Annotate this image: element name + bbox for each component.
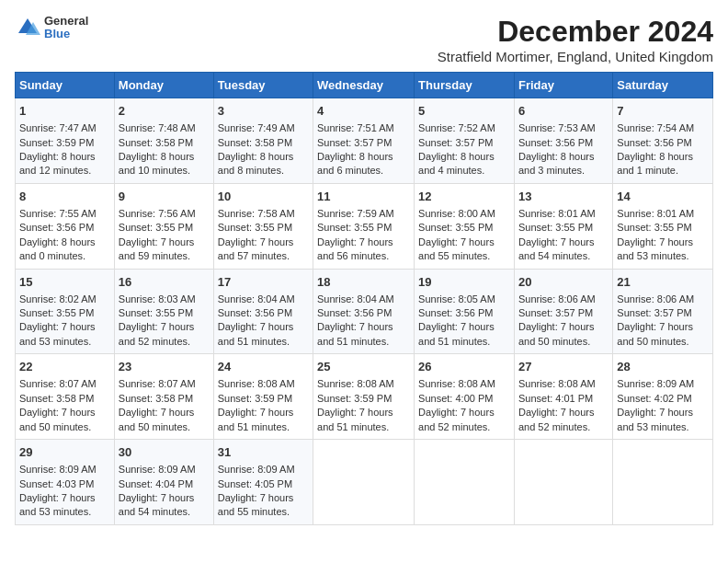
day-number: 5 bbox=[418, 103, 510, 120]
day-info: Sunrise: 8:00 AM bbox=[418, 207, 510, 221]
day-cell: 1Sunrise: 7:47 AMSunset: 3:59 PMDaylight… bbox=[16, 98, 115, 184]
day-info: Daylight: 7 hours and 55 minutes. bbox=[418, 236, 510, 264]
day-info: Sunrise: 8:06 AM bbox=[617, 293, 709, 306]
day-cell: 3Sunrise: 7:49 AMSunset: 3:58 PMDaylight… bbox=[213, 98, 313, 184]
day-info: Daylight: 7 hours and 55 minutes. bbox=[218, 491, 309, 520]
day-info: Sunrise: 8:03 AM bbox=[119, 293, 210, 306]
day-number: 13 bbox=[518, 189, 609, 205]
day-info: Daylight: 7 hours and 54 minutes. bbox=[119, 491, 210, 520]
day-number: 6 bbox=[518, 103, 609, 120]
day-info: Daylight: 7 hours and 51 minutes. bbox=[218, 406, 309, 434]
day-info: Sunset: 4:02 PM bbox=[617, 392, 709, 406]
day-info: Sunrise: 7:55 AM bbox=[19, 207, 110, 221]
day-info: Sunset: 3:55 PM bbox=[218, 221, 309, 235]
day-cell: 18Sunrise: 8:04 AMSunset: 3:56 PMDayligh… bbox=[313, 269, 415, 354]
day-info: Sunset: 3:56 PM bbox=[418, 306, 510, 320]
header-cell-tuesday: Tuesday bbox=[213, 73, 313, 98]
week-row-2: 8Sunrise: 7:55 AMSunset: 3:56 PMDaylight… bbox=[16, 183, 713, 269]
day-info: Sunset: 4:01 PM bbox=[518, 392, 609, 406]
day-info: Daylight: 8 hours and 3 minutes. bbox=[518, 150, 609, 178]
day-info: Daylight: 8 hours and 8 minutes. bbox=[218, 150, 309, 178]
day-info: Sunset: 3:55 PM bbox=[418, 221, 510, 235]
header-cell-saturday: Saturday bbox=[613, 73, 713, 98]
day-cell: 30Sunrise: 8:09 AMSunset: 4:04 PMDayligh… bbox=[114, 440, 213, 525]
day-info: Daylight: 7 hours and 51 minutes. bbox=[317, 406, 410, 434]
day-info: Daylight: 7 hours and 50 minutes. bbox=[119, 406, 210, 434]
day-info: Sunrise: 7:47 AM bbox=[19, 121, 110, 135]
day-info: Sunrise: 7:59 AM bbox=[317, 207, 410, 221]
calendar-header: SundayMondayTuesdayWednesdayThursdayFrid… bbox=[16, 73, 713, 98]
day-number: 31 bbox=[218, 444, 309, 461]
day-info: Sunset: 3:58 PM bbox=[19, 392, 110, 406]
week-row-5: 29Sunrise: 8:09 AMSunset: 4:03 PMDayligh… bbox=[16, 440, 713, 525]
day-info: Sunset: 3:58 PM bbox=[119, 136, 210, 150]
day-number: 2 bbox=[119, 103, 210, 120]
week-row-1: 1Sunrise: 7:47 AMSunset: 3:59 PMDaylight… bbox=[16, 98, 713, 184]
day-info: Sunset: 4:04 PM bbox=[119, 477, 210, 491]
header: General Blue December 2024 Stratfield Mo… bbox=[15, 15, 713, 64]
day-number: 18 bbox=[317, 274, 410, 291]
day-info: Daylight: 8 hours and 4 minutes. bbox=[418, 150, 510, 178]
location-title: Stratfield Mortimer, England, United Kin… bbox=[438, 49, 713, 64]
day-info: Sunrise: 7:54 AM bbox=[617, 121, 709, 135]
day-info: Daylight: 7 hours and 54 minutes. bbox=[518, 236, 609, 264]
day-number: 24 bbox=[218, 359, 309, 375]
calendar-table: SundayMondayTuesdayWednesdayThursdayFrid… bbox=[15, 72, 713, 525]
day-info: Sunrise: 8:09 AM bbox=[617, 377, 709, 391]
day-info: Daylight: 8 hours and 10 minutes. bbox=[119, 150, 210, 178]
day-cell: 16Sunrise: 8:03 AMSunset: 3:55 PMDayligh… bbox=[114, 269, 213, 354]
day-info: Daylight: 7 hours and 59 minutes. bbox=[119, 236, 210, 264]
day-cell bbox=[613, 440, 713, 525]
header-cell-wednesday: Wednesday bbox=[313, 73, 415, 98]
day-info: Sunrise: 8:08 AM bbox=[518, 377, 609, 391]
day-number: 4 bbox=[317, 103, 410, 120]
day-cell: 6Sunrise: 7:53 AMSunset: 3:56 PMDaylight… bbox=[514, 98, 612, 184]
logo-icon bbox=[15, 15, 40, 40]
day-cell: 25Sunrise: 8:08 AMSunset: 3:59 PMDayligh… bbox=[313, 354, 415, 440]
day-number: 20 bbox=[518, 274, 609, 291]
day-number: 29 bbox=[19, 444, 110, 461]
day-info: Sunrise: 7:58 AM bbox=[218, 207, 309, 221]
day-info: Sunrise: 8:05 AM bbox=[418, 293, 510, 306]
day-cell: 2Sunrise: 7:48 AMSunset: 3:58 PMDaylight… bbox=[114, 98, 213, 184]
day-number: 8 bbox=[19, 189, 110, 205]
header-cell-sunday: Sunday bbox=[16, 73, 115, 98]
day-info: Sunrise: 8:01 AM bbox=[518, 207, 609, 221]
day-info: Sunrise: 8:07 AM bbox=[19, 377, 110, 391]
day-cell: 28Sunrise: 8:09 AMSunset: 4:02 PMDayligh… bbox=[613, 354, 713, 440]
day-info: Daylight: 8 hours and 0 minutes. bbox=[19, 236, 110, 264]
day-number: 11 bbox=[317, 189, 410, 205]
day-number: 12 bbox=[418, 189, 510, 205]
day-info: Daylight: 7 hours and 53 minutes. bbox=[617, 406, 709, 434]
day-number: 21 bbox=[617, 274, 709, 291]
day-number: 7 bbox=[617, 103, 709, 120]
day-info: Sunset: 3:56 PM bbox=[317, 306, 410, 320]
day-info: Sunrise: 8:02 AM bbox=[19, 293, 110, 306]
day-info: Daylight: 8 hours and 1 minute. bbox=[617, 150, 709, 178]
logo: General Blue bbox=[15, 15, 88, 41]
day-number: 26 bbox=[418, 359, 510, 375]
day-cell: 31Sunrise: 8:09 AMSunset: 4:05 PMDayligh… bbox=[213, 440, 313, 525]
day-number: 9 bbox=[119, 189, 210, 205]
day-info: Daylight: 7 hours and 50 minutes. bbox=[518, 320, 609, 349]
day-info: Sunset: 3:56 PM bbox=[518, 136, 609, 150]
logo-blue: Blue bbox=[44, 28, 88, 40]
day-info: Sunset: 3:55 PM bbox=[617, 221, 709, 235]
day-info: Sunset: 4:05 PM bbox=[218, 477, 309, 491]
logo-general: General bbox=[44, 15, 88, 28]
day-info: Daylight: 7 hours and 53 minutes. bbox=[617, 236, 709, 264]
day-number: 19 bbox=[418, 274, 510, 291]
day-info: Sunset: 4:03 PM bbox=[19, 477, 110, 491]
day-info: Sunset: 3:57 PM bbox=[617, 306, 709, 320]
day-cell: 9Sunrise: 7:56 AMSunset: 3:55 PMDaylight… bbox=[114, 183, 213, 269]
day-cell: 19Sunrise: 8:05 AMSunset: 3:56 PMDayligh… bbox=[415, 269, 515, 354]
day-number: 16 bbox=[119, 274, 210, 291]
day-info: Sunset: 3:57 PM bbox=[317, 136, 410, 150]
header-cell-monday: Monday bbox=[114, 73, 213, 98]
day-cell: 14Sunrise: 8:01 AMSunset: 3:55 PMDayligh… bbox=[613, 183, 713, 269]
day-info: Sunset: 3:56 PM bbox=[218, 306, 309, 320]
day-cell: 13Sunrise: 8:01 AMSunset: 3:55 PMDayligh… bbox=[514, 183, 612, 269]
day-number: 22 bbox=[19, 359, 110, 375]
day-cell: 22Sunrise: 8:07 AMSunset: 3:58 PMDayligh… bbox=[16, 354, 115, 440]
day-cell: 5Sunrise: 7:52 AMSunset: 3:57 PMDaylight… bbox=[415, 98, 515, 184]
